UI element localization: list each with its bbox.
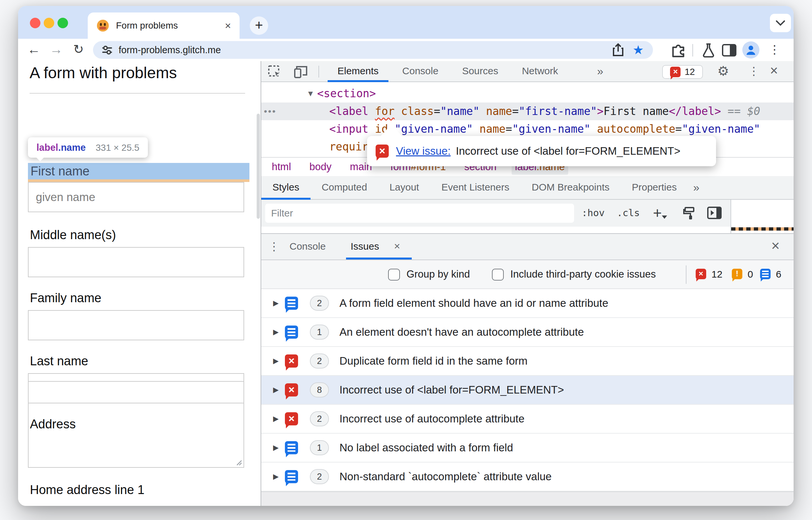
styles-filter-row: Filter :hov .cls + [261, 200, 794, 227]
issues-tab-close-icon[interactable]: × [394, 234, 400, 260]
rendering-brush-icon[interactable] [683, 206, 697, 221]
styles-filter-input[interactable]: Filter [265, 204, 574, 223]
code-token: > [597, 105, 604, 118]
drawer-close-icon[interactable]: × [771, 234, 780, 260]
new-tab-button[interactable]: + [250, 17, 268, 35]
more-tabs-chevron[interactable]: » [590, 61, 611, 81]
issue-count-badge: 8 [310, 382, 329, 397]
issue-row[interactable]: ▶8Incorrect use of <label for=FORM_ELEME… [261, 376, 794, 405]
expand-triangle-icon[interactable]: ▶ [273, 357, 283, 365]
sidebar-tab-properties[interactable]: Properties [621, 176, 688, 199]
experiments-flask-icon[interactable] [701, 43, 716, 58]
sidebar-tab-computed[interactable]: Computed [310, 176, 378, 199]
devtools-tab-sources[interactable]: Sources [450, 61, 510, 82]
device-toolbar-icon[interactable] [294, 65, 309, 79]
family-name-input[interactable] [28, 310, 244, 340]
code-token: = [675, 123, 682, 135]
sidebar-tab-event-listeners[interactable]: Event Listeners [430, 176, 521, 199]
code-token: "name" [440, 105, 479, 118]
browser-menu-kebab-icon[interactable]: ⋮ [769, 39, 781, 61]
devtools-close-icon[interactable]: × [770, 61, 778, 82]
issue-error-icon [285, 355, 298, 368]
tooltip-class: .name [58, 142, 86, 153]
sidebar-tab-layout[interactable]: Layout [378, 176, 430, 199]
devtools-tab-console[interactable]: Console [390, 61, 450, 82]
issue-row[interactable]: ▶2A form field element should have an id… [261, 289, 794, 318]
code-line-section[interactable]: ▼ <section> [261, 85, 794, 103]
address-bar[interactable]: form-problems.glitch.me ★ [93, 41, 653, 59]
drawer-menu-kebab-icon[interactable]: ⋮ [269, 234, 280, 260]
issues-list: ▶2A form field element should have an id… [261, 289, 794, 491]
sidebar-more-chevron[interactable]: » [688, 176, 706, 199]
expand-triangle-icon[interactable]: ▶ [273, 299, 283, 308]
back-button[interactable]: ← [27, 39, 41, 61]
toggle-hover-state-button[interactable]: :hov [582, 200, 605, 227]
page-scrollbar[interactable] [257, 114, 260, 219]
error-bubble-icon [670, 67, 681, 77]
issue-row[interactable]: ▶2Non-standard `autocomplete` attribute … [261, 463, 794, 491]
code-token: <section> [317, 87, 376, 100]
tab-close-icon[interactable]: × [225, 12, 231, 39]
sidebar-tab-styles[interactable]: Styles [261, 176, 310, 199]
breadcrumb-item[interactable]: body [306, 159, 335, 175]
window-minimize-button[interactable] [44, 18, 54, 28]
devtools-settings-gear-icon[interactable]: ⚙ [717, 61, 729, 82]
devtools-menu-kebab-icon[interactable]: ⋮ [748, 61, 759, 82]
middle-name-input[interactable] [28, 247, 244, 277]
group-by-kind-checkbox[interactable] [388, 269, 400, 281]
side-panel-icon[interactable] [722, 44, 736, 56]
code-token: = [512, 105, 518, 118]
expand-triangle-icon[interactable]: ▶ [273, 443, 283, 452]
sidebar-tab-dom-breakpoints[interactable]: DOM Breakpoints [521, 176, 621, 199]
toggle-class-button[interactable]: .cls [617, 200, 640, 227]
issue-message-icon [285, 441, 298, 454]
view-issue-link[interactable]: View issue: [396, 145, 451, 157]
site-settings-icon[interactable] [102, 44, 113, 55]
expand-triangle-icon[interactable]: ▶ [273, 415, 283, 423]
breadcrumb-token: body [309, 161, 332, 173]
inspect-element-icon[interactable] [268, 65, 282, 79]
computed-sidebar-toggle-icon[interactable] [707, 206, 722, 219]
code-line-label-selected[interactable]: ••• <label for class="name" name="first-… [261, 103, 794, 120]
share-icon[interactable] [612, 43, 624, 57]
extensions-puzzle-icon[interactable] [670, 43, 685, 58]
devtools-tab-elements[interactable]: Elements [326, 61, 390, 82]
code-line-input[interactable]: <input id="given-name" name="given-name"… [261, 120, 794, 138]
first-name-input[interactable]: given name [28, 182, 244, 212]
profile-avatar[interactable] [742, 42, 759, 58]
expand-triangle-icon[interactable]: ▶ [273, 386, 283, 394]
expand-arrow-icon[interactable]: ▼ [307, 85, 314, 103]
reload-button[interactable]: ↻ [73, 39, 84, 61]
drawer-tab-console[interactable]: Console [289, 234, 326, 260]
overflow-dots[interactable]: ••• [264, 103, 276, 120]
window-zoom-button[interactable] [57, 18, 68, 28]
code-token: = [506, 123, 512, 135]
third-party-checkbox[interactable] [492, 269, 504, 281]
issue-row[interactable]: ▶2Duplicate form field id in the same fo… [261, 347, 794, 376]
issue-error-icon [285, 383, 298, 396]
expand-triangle-icon[interactable]: ▶ [273, 472, 283, 481]
address-textarea[interactable] [28, 381, 244, 468]
styles-sidebar-tabs: StylesComputedLayoutEvent ListenersDOM B… [261, 176, 794, 200]
issue-row[interactable]: ▶1An element doesn't have an autocomplet… [261, 318, 794, 347]
issue-text: Non-standard `autocomplete` attribute va… [339, 470, 552, 483]
new-style-rule-button[interactable]: + [653, 200, 662, 227]
expand-triangle-icon[interactable]: ▶ [273, 328, 283, 336]
drawer-tab-issues[interactable]: Issues [351, 234, 379, 260]
forward-button[interactable]: → [50, 39, 63, 61]
view-issue-text: Incorrect use of <label for=FORM_ELEMENT… [456, 145, 680, 157]
code-token: class [401, 105, 434, 118]
window-close-button[interactable] [30, 18, 41, 28]
resize-handle-icon[interactable] [234, 458, 242, 466]
url-text[interactable]: form-problems.glitch.me [119, 45, 221, 55]
issue-row[interactable]: ▶1No label associated with a form field [261, 434, 794, 463]
error-count-badge[interactable]: 12 [662, 65, 703, 79]
devtools-tab-network[interactable]: Network [510, 61, 570, 82]
tab-search-chevron-button[interactable] [770, 14, 791, 32]
issue-row[interactable]: ▶2Incorrect use of autocomplete attribut… [261, 405, 794, 434]
browser-tab[interactable]: Form problems × [88, 12, 239, 39]
devtools-toolbar: ElementsConsoleSourcesNetwork » 12 ⚙ ⋮ × [261, 61, 794, 82]
breadcrumb-item[interactable]: html [269, 159, 295, 175]
breadcrumb-token: html [272, 161, 291, 173]
bookmark-star-icon[interactable]: ★ [633, 41, 644, 59]
